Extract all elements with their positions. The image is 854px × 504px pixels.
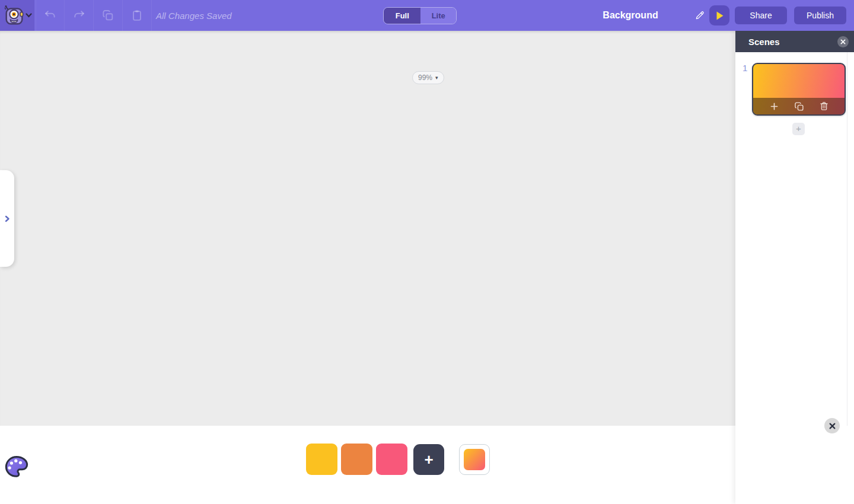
undo-icon (44, 9, 57, 22)
color-swatch-pink[interactable] (376, 444, 407, 475)
add-color-button[interactable]: + (413, 444, 444, 475)
scene-delete-button[interactable] (817, 100, 830, 113)
mode-toggle: Full Lite (383, 7, 457, 24)
copy-button[interactable] (94, 0, 123, 31)
color-swatch-yellow[interactable] (306, 444, 337, 475)
top-toolbar: All Changes Saved Full Lite Background S… (0, 0, 854, 31)
stage-workspace: 99% ▾ (0, 31, 735, 426)
paste-button[interactable] (123, 0, 152, 31)
palette-button[interactable] (4, 454, 29, 479)
plus-icon (770, 103, 778, 110)
scene-number: 1 (743, 63, 747, 73)
zoom-control[interactable]: 99% ▾ (412, 71, 444, 84)
scenes-panel-header: Scenes (735, 31, 854, 52)
left-panel-expand-tab[interactable] (0, 170, 14, 267)
pencil-icon (694, 10, 705, 21)
scenes-panel-title: Scenes (748, 37, 780, 47)
chevron-right-icon (4, 215, 10, 222)
redo-button[interactable] (65, 0, 94, 31)
palette-icon (4, 454, 29, 479)
play-icon (715, 11, 724, 21)
scenes-panel: Scenes 1 (735, 31, 854, 504)
publish-button[interactable]: Publish (794, 7, 846, 24)
duplicate-icon (794, 101, 804, 111)
redo-icon (72, 9, 85, 22)
app-mascot-logo-icon (3, 4, 26, 27)
edit-title-button[interactable] (693, 8, 707, 23)
gradient-preview (464, 449, 485, 470)
trash-icon (820, 101, 828, 111)
close-icon (829, 423, 836, 429)
scenes-scrollbar[interactable] (847, 52, 847, 426)
scene-thumbnail-toolbar (753, 98, 845, 114)
document-title: Background (598, 0, 663, 31)
autosave-status: All Changes Saved (156, 0, 232, 31)
zoom-level-value: 99% (418, 74, 432, 82)
gradient-preview-button[interactable] (459, 444, 490, 475)
undo-button[interactable] (36, 0, 65, 31)
scene-duplicate-button[interactable] (792, 100, 805, 113)
app-menu-button[interactable] (0, 0, 34, 31)
chevron-down-icon (26, 13, 32, 18)
add-scene-button[interactable]: + (792, 123, 805, 135)
copy-icon (101, 9, 114, 22)
chevron-down-icon: ▾ (435, 75, 438, 81)
scene-add-button[interactable] (767, 100, 780, 113)
share-button[interactable]: Share (735, 7, 787, 24)
background-panel-close-button[interactable] (824, 418, 840, 433)
close-icon (840, 39, 846, 44)
scenes-close-button[interactable] (837, 36, 849, 47)
paste-icon (130, 9, 144, 22)
color-swatch-orange[interactable] (341, 444, 372, 475)
scene-thumbnail[interactable] (752, 63, 846, 116)
mode-toggle-full[interactable]: Full (384, 8, 420, 24)
mode-toggle-lite[interactable]: Lite (420, 8, 456, 24)
preview-play-button[interactable] (709, 5, 729, 25)
